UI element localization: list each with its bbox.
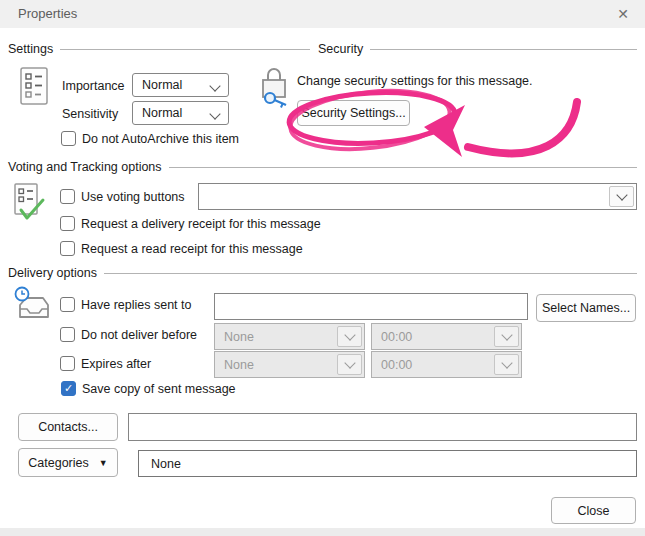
settings-group-header: Settings	[8, 42, 310, 56]
importance-dropdown[interactable]: Normal	[132, 73, 229, 97]
chevron-down-icon	[501, 357, 512, 368]
security-description: Change security settings for this messag…	[297, 74, 533, 89]
close-button[interactable]: Close	[551, 497, 636, 524]
combo-drop-button[interactable]	[337, 326, 362, 347]
chevron-down-icon	[501, 329, 512, 340]
autoarchive-label: Do not AutoArchive this item	[82, 132, 239, 147]
save-copy-checkbox[interactable]: ✓	[61, 381, 76, 396]
contacts-input[interactable]	[128, 413, 637, 441]
use-voting-label: Use voting buttons	[81, 190, 185, 205]
sensitivity-label: Sensitivity	[62, 107, 118, 122]
chevron-down-icon	[209, 108, 220, 119]
categories-value-field[interactable]: None	[138, 450, 637, 477]
read-receipt-label: Request a read receipt for this message	[81, 242, 303, 257]
chevron-down-icon	[616, 189, 627, 200]
expires-after-checkbox[interactable]	[60, 356, 75, 371]
title-bar: Properties ✕	[0, 0, 645, 28]
combo-drop-button[interactable]	[494, 354, 519, 375]
settings-list-icon	[20, 67, 48, 105]
chevron-down-icon	[209, 80, 220, 91]
use-voting-checkbox[interactable]	[60, 189, 75, 204]
combo-drop-button[interactable]	[494, 326, 519, 347]
combo-drop-button[interactable]	[609, 186, 634, 207]
contacts-button[interactable]: Contacts...	[18, 413, 118, 441]
save-copy-label: Save copy of sent message	[82, 382, 236, 397]
dialog-bottom-edge	[0, 528, 645, 536]
check-icon: ✓	[64, 383, 73, 394]
sensitivity-dropdown[interactable]: Normal	[132, 101, 229, 125]
delivery-receipt-label: Request a delivery receipt for this mess…	[81, 217, 321, 232]
autoarchive-checkbox[interactable]	[61, 131, 76, 146]
close-icon[interactable]: ✕	[611, 3, 635, 25]
select-names-button[interactable]: Select Names...	[536, 294, 636, 322]
annotation-arrow-head	[424, 105, 465, 157]
categories-button[interactable]: Categories ▼	[18, 448, 118, 477]
expires-date-combobox[interactable]: None	[214, 351, 365, 378]
lock-key-icon	[258, 66, 290, 110]
chevron-down-icon	[344, 357, 355, 368]
properties-dialog: Properties ✕ Settings Security Voting an…	[0, 0, 645, 536]
have-replies-label: Have replies sent to	[81, 298, 191, 313]
deliver-before-date-combobox[interactable]: None	[214, 323, 365, 350]
importance-label: Importance	[62, 79, 125, 94]
security-settings-button[interactable]: Security Settings...	[297, 100, 410, 126]
annotation-arrow-tail	[468, 102, 577, 153]
deliver-before-label: Do not deliver before	[81, 328, 197, 343]
chevron-down-icon	[344, 329, 355, 340]
combo-drop-button[interactable]	[337, 354, 362, 375]
delivery-group-header: Delivery options	[8, 266, 637, 280]
replies-to-input[interactable]	[214, 293, 528, 320]
voting-group-header: Voting and Tracking options	[8, 160, 637, 174]
read-receipt-checkbox[interactable]	[60, 241, 75, 256]
deliver-before-time-combobox[interactable]: 00:00	[371, 323, 522, 350]
security-group-header: Security	[318, 42, 637, 56]
expires-after-label: Expires after	[81, 357, 151, 372]
dropdown-arrow-icon: ▼	[99, 458, 108, 468]
dialog-title: Properties	[18, 6, 77, 21]
have-replies-checkbox[interactable]	[60, 297, 75, 312]
delivery-receipt-checkbox[interactable]	[60, 216, 75, 231]
delivery-inbox-clock-icon	[12, 286, 52, 326]
voting-checklist-icon	[12, 183, 46, 223]
deliver-before-checkbox[interactable]	[60, 327, 75, 342]
expires-time-combobox[interactable]: 00:00	[371, 351, 522, 378]
voting-buttons-combobox[interactable]	[198, 183, 637, 210]
